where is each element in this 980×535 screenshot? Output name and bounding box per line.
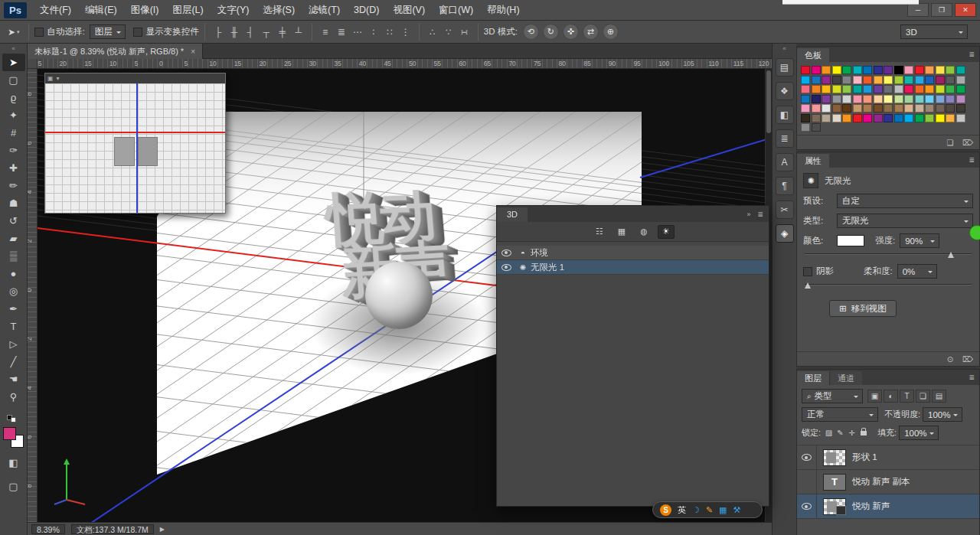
swatch-88[interactable] <box>884 114 893 122</box>
distribute-center-icon[interactable]: ∷ <box>382 24 397 40</box>
filter-lights-icon[interactable]: ☀ <box>658 225 675 239</box>
layer-name[interactable]: 悦动 新声 <box>852 501 890 512</box>
swatch-1[interactable] <box>812 66 821 74</box>
visibility-toggle[interactable] <box>497 250 515 256</box>
swatch-47[interactable] <box>956 85 965 93</box>
hand-tool[interactable]: ☚ <box>2 370 25 388</box>
light-color-swatch[interactable] <box>837 235 864 246</box>
delete-light-icon[interactable]: ⌦ <box>962 355 973 364</box>
menu-编辑[interactable]: 编辑(E) <box>78 0 124 20</box>
distribute-left-icon[interactable]: ∶ <box>366 24 381 40</box>
swatch-4[interactable] <box>842 66 851 74</box>
auto-select-checkbox[interactable] <box>34 28 44 37</box>
swatch-12[interactable] <box>925 66 934 74</box>
swatch-71[interactable] <box>874 104 883 113</box>
swatch-79[interactable] <box>956 104 965 113</box>
menu-滤镜[interactable]: 滤镜(T) <box>302 0 347 20</box>
swatch-42[interactable] <box>904 85 913 93</box>
swatch-9[interactable] <box>894 66 903 74</box>
zoom-tool[interactable]: ⚲ <box>2 388 25 406</box>
swatch-7[interactable] <box>874 66 883 74</box>
swatch-52[interactable] <box>842 95 851 103</box>
swatch-93[interactable] <box>936 114 945 122</box>
swatch-3[interactable] <box>832 66 841 74</box>
tab-3d[interactable]: 3D <box>497 207 528 222</box>
swatch-40[interactable] <box>884 85 893 93</box>
swatch-41[interactable] <box>894 85 903 93</box>
swatch-87[interactable] <box>874 114 883 122</box>
ime-toolbar[interactable]: S 英 ☽✎▦⚒ <box>652 501 763 518</box>
3d-axis-widget[interactable] <box>51 455 91 506</box>
swatch-25[interactable] <box>894 76 903 84</box>
minimize-button[interactable]: ─ <box>907 3 929 17</box>
layer-row-1[interactable]: 形状 1 <box>797 445 979 470</box>
swatch-96[interactable] <box>801 123 810 132</box>
layer-name[interactable]: 悦动 新声 副本 <box>852 476 910 488</box>
swatch-35[interactable] <box>832 85 841 93</box>
intensity-value-field[interactable]: 90% <box>900 233 939 248</box>
3d-pan-camera-icon[interactable]: ✜ <box>563 24 579 40</box>
ime-tools-icon[interactable]: ⚒ <box>733 505 741 515</box>
ime-pen-icon[interactable]: ✎ <box>706 505 713 515</box>
clone-stamp-tool[interactable]: ☗ <box>2 194 25 212</box>
tool-preset-picker[interactable]: ➤ ▾ <box>5 27 23 38</box>
tab-properties[interactable]: 属性 <box>797 154 829 168</box>
3d-roll-camera-icon[interactable]: ↻ <box>543 24 559 40</box>
shadow-checkbox[interactable] <box>803 267 812 276</box>
quick-mask-button[interactable]: ◧ <box>2 454 25 471</box>
adjustments-panel-icon[interactable]: ◧ <box>776 106 794 124</box>
panel-menu-icon[interactable]: ≣ <box>757 210 763 218</box>
swatch-20[interactable] <box>842 76 851 84</box>
ime-moon-icon[interactable]: ☽ <box>692 505 700 515</box>
swatch-43[interactable] <box>915 85 924 93</box>
lasso-tool[interactable]: ϱ <box>2 89 25 106</box>
new-swatch-icon[interactable]: ❏ <box>946 139 955 147</box>
filter-adjustment-layers-icon[interactable]: ◐ <box>884 390 898 403</box>
tab-layers[interactable]: 图层 <box>797 371 829 385</box>
move-to-view-button[interactable]: ⊞ 移到视图 <box>829 300 897 317</box>
zoom-level-field[interactable]: 8.39% <box>31 524 65 534</box>
filter-shape-layers-icon[interactable]: ❏ <box>916 390 930 403</box>
filter-pixel-layers-icon[interactable]: ▣ <box>867 390 882 403</box>
swatch-77[interactable] <box>936 104 945 113</box>
swatch-53[interactable] <box>853 95 862 103</box>
align-left-icon[interactable]: ├ <box>211 24 226 40</box>
ime-logo-icon[interactable]: S <box>660 504 671 516</box>
distribute-bottom-icon[interactable]: ⋯ <box>350 24 365 40</box>
distribute-top-icon[interactable]: ≡ <box>318 24 333 40</box>
swatch-64[interactable] <box>801 104 810 113</box>
softness-value-field[interactable]: 0% <box>897 264 937 279</box>
swatch-27[interactable] <box>915 76 924 84</box>
maximize-button[interactable]: ❐ <box>931 3 952 17</box>
visibility-toggle[interactable] <box>497 264 515 271</box>
layer-filter-dropdown[interactable]: ⌕ 类型 <box>802 389 863 403</box>
mini-view-swap-icon[interactable]: ▣ <box>47 73 54 83</box>
character-panel-icon[interactable]: A <box>776 153 794 171</box>
panel-menu-icon[interactable]: ≣ <box>969 374 975 381</box>
intensity-slider[interactable] <box>805 250 972 259</box>
swatch-22[interactable] <box>863 76 872 84</box>
swatch-61[interactable] <box>936 95 945 103</box>
filter-meshes-icon[interactable]: ▦ <box>613 225 630 239</box>
swatch-81[interactable] <box>812 114 821 122</box>
swatch-17[interactable] <box>812 76 821 84</box>
swatch-15[interactable] <box>956 66 965 74</box>
swatch-69[interactable] <box>853 104 862 113</box>
distribute-v-space-icon[interactable]: ∵ <box>441 24 456 40</box>
history-brush-tool[interactable]: ↺ <box>2 212 25 230</box>
swatch-58[interactable] <box>904 95 913 103</box>
swatch-70[interactable] <box>863 104 872 113</box>
horizontal-ruler[interactable]: 2520151050510152025303540455055606570758… <box>38 59 772 69</box>
menu-3D[interactable]: 3D(D) <box>347 0 386 20</box>
history-panel-icon[interactable]: ▤ <box>776 58 794 77</box>
swatch-33[interactable] <box>812 85 821 93</box>
swatch-73[interactable] <box>894 104 903 113</box>
paragraph-panel-icon[interactable]: ¶ <box>776 177 794 195</box>
swatch-68[interactable] <box>842 104 851 113</box>
show-transform-checkbox[interactable] <box>133 28 142 37</box>
swatch-56[interactable] <box>884 95 893 103</box>
eyedropper-tool[interactable]: ✑ <box>2 142 25 159</box>
blur-tool[interactable]: ● <box>2 265 25 282</box>
swatch-97[interactable] <box>812 123 821 132</box>
brush-tool[interactable]: ✏ <box>2 177 25 194</box>
